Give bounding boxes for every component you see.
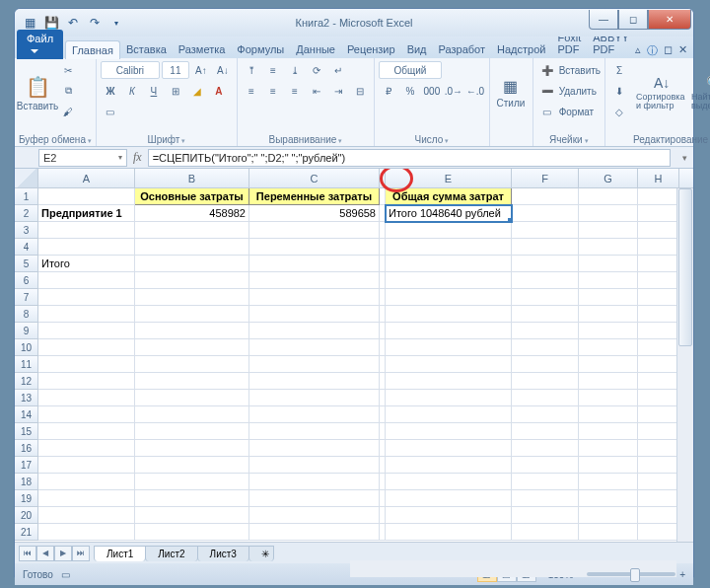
cell-A21[interactable] bbox=[38, 524, 135, 541]
decrease-indent-icon[interactable]: ⇤ bbox=[307, 81, 326, 101]
cell-E6[interactable] bbox=[386, 272, 512, 289]
row-header[interactable]: 6 bbox=[15, 272, 38, 289]
cell-F10[interactable] bbox=[512, 339, 579, 356]
row-header[interactable]: 3 bbox=[15, 222, 38, 239]
cell-B13[interactable] bbox=[135, 390, 249, 406]
cell-A19[interactable] bbox=[38, 490, 135, 507]
cell-C17[interactable] bbox=[249, 457, 380, 474]
namebox-dropdown-icon[interactable]: ▾ bbox=[118, 153, 122, 162]
cell-G21[interactable] bbox=[579, 524, 638, 541]
align-middle-icon[interactable]: ≡ bbox=[263, 60, 283, 80]
cell-B7[interactable] bbox=[135, 289, 249, 306]
cell-F16[interactable] bbox=[512, 440, 579, 457]
underline-button[interactable]: Ч bbox=[144, 81, 164, 101]
decrease-decimal-icon[interactable]: ←.0 bbox=[465, 81, 485, 101]
percent-icon[interactable]: % bbox=[400, 81, 420, 101]
cell-F7[interactable] bbox=[512, 289, 579, 306]
undo-icon[interactable]: ↶ bbox=[64, 14, 82, 32]
row-header[interactable]: 18 bbox=[15, 474, 38, 490]
cell-B18[interactable] bbox=[135, 474, 249, 490]
row-header[interactable]: 20 bbox=[15, 507, 38, 524]
cell-H18[interactable] bbox=[638, 474, 679, 490]
cell-E16[interactable] bbox=[386, 440, 512, 457]
cell-C6[interactable] bbox=[249, 272, 380, 289]
cell-H14[interactable] bbox=[638, 406, 679, 423]
cut-button[interactable]: ✂ bbox=[58, 60, 78, 80]
cell-F3[interactable] bbox=[512, 222, 579, 239]
cell-E21[interactable] bbox=[386, 524, 512, 541]
cell-A6[interactable] bbox=[38, 272, 135, 289]
align-right-icon[interactable]: ≡ bbox=[285, 81, 305, 101]
cell-G16[interactable] bbox=[579, 440, 638, 457]
border-button[interactable]: ⊞ bbox=[166, 81, 185, 101]
copy-button[interactable]: ⧉ bbox=[58, 81, 78, 101]
cell-B1[interactable]: Основные затраты bbox=[135, 188, 249, 205]
cell-G7[interactable] bbox=[579, 289, 638, 306]
minimize-ribbon-icon[interactable]: ▵ bbox=[635, 43, 641, 58]
row-header[interactable]: 1 bbox=[15, 188, 38, 205]
cell-E17[interactable] bbox=[386, 457, 512, 474]
cell-F12[interactable] bbox=[512, 373, 579, 390]
cell-C4[interactable] bbox=[249, 239, 380, 256]
cell-G9[interactable] bbox=[579, 323, 638, 339]
col-header-B[interactable]: B bbox=[135, 169, 249, 187]
cell-E13[interactable] bbox=[386, 390, 512, 406]
row-header[interactable]: 2 bbox=[15, 205, 38, 222]
cell-B17[interactable] bbox=[135, 457, 249, 474]
cell-H3[interactable] bbox=[638, 222, 679, 239]
cell-F1[interactable] bbox=[512, 188, 579, 205]
cell-A12[interactable] bbox=[38, 373, 135, 390]
sort-filter-button[interactable]: A↓ Сортировка и фильтр bbox=[635, 60, 688, 125]
cell-G6[interactable] bbox=[579, 272, 638, 289]
cell-G2[interactable] bbox=[579, 205, 638, 222]
zoom-in-icon[interactable]: + bbox=[679, 569, 685, 580]
cell-H2[interactable] bbox=[638, 205, 679, 222]
cell-C21[interactable] bbox=[249, 524, 380, 541]
align-center-icon[interactable]: ≡ bbox=[263, 81, 283, 101]
row-header[interactable]: 7 bbox=[15, 289, 38, 306]
cell-A1[interactable] bbox=[38, 188, 135, 205]
delete-cells-label[interactable]: Удалить bbox=[559, 86, 597, 97]
find-select-button[interactable]: 🔍 Найти и выделить bbox=[690, 60, 710, 125]
cell-C8[interactable] bbox=[249, 306, 380, 323]
cell-A14[interactable] bbox=[38, 406, 135, 423]
cell-C10[interactable] bbox=[249, 339, 380, 356]
cell-G17[interactable] bbox=[579, 457, 638, 474]
cell-B3[interactable] bbox=[135, 222, 249, 239]
cell-E18[interactable] bbox=[386, 474, 512, 490]
cell-B8[interactable] bbox=[135, 306, 249, 323]
tab-formulas[interactable]: Формулы bbox=[231, 40, 290, 58]
cell-C2[interactable]: 589658 bbox=[249, 205, 380, 222]
row-header[interactable]: 17 bbox=[15, 457, 38, 474]
cell-G20[interactable] bbox=[579, 507, 638, 524]
cell-C15[interactable] bbox=[249, 423, 380, 440]
autosum-icon[interactable]: Σ bbox=[609, 60, 629, 80]
cell-H15[interactable] bbox=[638, 423, 679, 440]
styles-button[interactable]: ▦ Стили bbox=[494, 60, 528, 125]
font-color-button[interactable]: A bbox=[209, 81, 229, 101]
cell-F17[interactable] bbox=[512, 457, 579, 474]
help-icon[interactable]: ⓘ bbox=[647, 43, 658, 58]
cell-E14[interactable] bbox=[386, 406, 512, 423]
cell-E9[interactable] bbox=[386, 323, 512, 339]
cell-B20[interactable] bbox=[135, 507, 249, 524]
cell-G10[interactable] bbox=[579, 339, 638, 356]
cell-H1[interactable] bbox=[638, 188, 679, 205]
row-header[interactable]: 10 bbox=[15, 339, 38, 356]
cell-C5[interactable] bbox=[249, 256, 380, 272]
cell-E4[interactable] bbox=[386, 239, 512, 256]
cell-C13[interactable] bbox=[249, 390, 380, 406]
fx-icon[interactable]: fx bbox=[133, 150, 142, 165]
redo-icon[interactable]: ↷ bbox=[86, 14, 104, 32]
col-header-F[interactable]: F bbox=[512, 169, 579, 187]
cell-G1[interactable] bbox=[579, 188, 638, 205]
row-header[interactable]: 15 bbox=[15, 423, 38, 440]
cell-H19[interactable] bbox=[638, 490, 679, 507]
name-box[interactable]: E2 ▾ bbox=[38, 149, 127, 167]
col-header-C[interactable]: C bbox=[249, 169, 380, 187]
cell-A18[interactable] bbox=[38, 474, 135, 490]
paste-button[interactable]: 📋 Вставить bbox=[19, 60, 56, 125]
worksheet-grid[interactable]: A B C E F G H 1Основные затратыПеременны… bbox=[15, 169, 693, 542]
row-header[interactable]: 14 bbox=[15, 406, 38, 423]
cell-C12[interactable] bbox=[249, 373, 380, 390]
